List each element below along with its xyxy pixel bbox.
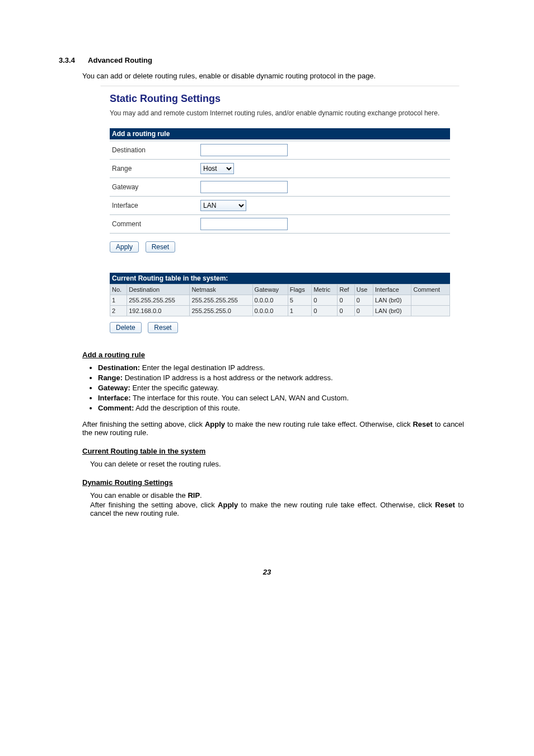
interface-label: Interface (110, 197, 198, 215)
destination-label: Destination (110, 141, 198, 160)
add-rule-form: Add a routing rule Destination Range Hos… (110, 127, 450, 234)
current-table-header: Current Routing table in the system: (110, 273, 450, 284)
table-buttons-row: Delete Reset (110, 322, 450, 333)
bullet-list: Destination: Enter the legal destination… (98, 363, 464, 412)
list-item: Interface: The interface for this route.… (98, 394, 464, 402)
paragraph: You can delete or reset the routing rule… (90, 460, 464, 468)
subheading-add-rule: Add a routing rule (82, 351, 464, 359)
settings-panel: Static Routing Settings You may add and … (100, 86, 460, 340)
panel-title: Static Routing Settings (110, 93, 450, 105)
section-intro: You can add or delete routing rules, ena… (82, 72, 475, 80)
interface-select[interactable]: LAN (200, 200, 246, 211)
col-no: No. (110, 284, 127, 295)
table-row[interactable]: 2 192.168.0.0 255.255.255.0 0.0.0.0 1 0 … (110, 306, 450, 316)
comment-label: Comment (110, 215, 198, 234)
range-select[interactable]: Host (200, 163, 234, 174)
list-item: Range: Destination IP address is a host … (98, 374, 464, 382)
col-flags: Flags (288, 284, 311, 295)
paragraph: You can enable or disable the RIP. (90, 491, 464, 500)
reset-button-2[interactable]: Reset (148, 322, 177, 333)
page-number: 23 (59, 568, 475, 576)
col-ref: Ref (338, 284, 354, 295)
paragraph: After finishing the setting above, click… (90, 501, 464, 517)
col-use: Use (354, 284, 373, 295)
col-interface: Interface (373, 284, 411, 295)
section-title: Advanced Routing (88, 56, 152, 64)
table-row[interactable]: 1 255.255.255.255 255.255.255.255 0.0.0.… (110, 295, 450, 306)
apply-button[interactable]: Apply (110, 241, 139, 253)
list-item: Gateway: Enter the specific gateway. (98, 384, 464, 392)
subheading-dynamic: Dynamic Routing Settings (82, 478, 464, 487)
col-destination: Destination (127, 284, 190, 295)
panel-description: You may add and remote custom Internet r… (110, 109, 450, 117)
section-number: 3.3.4 (59, 56, 75, 64)
col-gateway: Gateway (252, 284, 288, 295)
delete-button[interactable]: Delete (110, 322, 142, 333)
gateway-label: Gateway (110, 178, 198, 197)
gateway-input[interactable] (200, 181, 288, 193)
paragraph: After finishing the setting above, click… (82, 420, 464, 437)
col-comment: Comment (411, 284, 450, 295)
destination-input[interactable] (200, 144, 288, 156)
routing-table: No. Destination Netmask Gateway Flags Me… (110, 284, 450, 316)
range-label: Range (110, 160, 198, 178)
comment-input[interactable] (200, 218, 288, 230)
reset-button[interactable]: Reset (146, 241, 175, 253)
col-metric: Metric (312, 284, 338, 295)
form-buttons-row: Apply Reset (110, 241, 450, 253)
add-rule-header: Add a routing rule (110, 128, 450, 139)
list-item: Comment: Add the description of this rou… (98, 404, 464, 412)
section-heading: 3.3.4 Advanced Routing (59, 56, 475, 64)
list-item: Destination: Enter the legal destination… (98, 363, 464, 372)
subheading-current-table: Current Routing table in the system (82, 447, 464, 455)
col-netmask: Netmask (190, 284, 252, 295)
